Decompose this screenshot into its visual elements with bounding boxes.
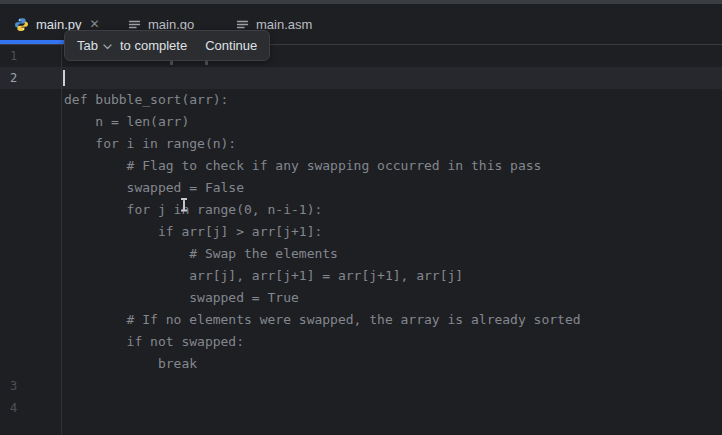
current-line-highlight: [0, 67, 722, 89]
close-icon[interactable]: ✕: [90, 18, 100, 30]
ghost-code-line: def bubble_sort(arr):: [64, 89, 581, 111]
ghost-code-line: for j in range(0, n-i-1):: [64, 199, 581, 221]
mouse-text-cursor: [180, 198, 188, 211]
ghost-code-line: break: [64, 353, 581, 375]
ghost-code-line: # Flag to check if any swapping occurred…: [64, 155, 581, 177]
gutter-divider: [61, 45, 62, 435]
text-file-icon: [236, 18, 249, 31]
chevron-down-icon: [103, 44, 112, 50]
continue-button[interactable]: Continue: [205, 38, 257, 53]
ghost-code-line: for i in range(n):: [64, 133, 581, 155]
code-editor-area[interactable]: 1 2 3 4 def bubble_sort(arr): n = len(ar…: [0, 45, 722, 435]
line-number: 4: [10, 397, 50, 419]
ghost-code-line: if not swapped:: [64, 331, 581, 353]
hint-text: to complete: [120, 38, 187, 53]
completion-hint-popup: Tab to complete Continue: [64, 30, 270, 61]
ghost-code-line: if arr[j] > arr[j+1]:: [64, 221, 581, 243]
line-number: 3: [10, 375, 50, 397]
ghost-code-line: swapped = True: [64, 287, 581, 309]
ghost-code-line: n = len(arr): [64, 111, 581, 133]
ide-window: main.py ✕ main.go: [0, 0, 722, 435]
text-file-icon: [128, 18, 141, 31]
line-number-active: 2: [10, 67, 50, 89]
ghost-code-line: # If no elements were swapped, the array…: [64, 309, 581, 331]
ghost-code-line: arr[j], arr[j+1] = arr[j+1], arr[j]: [64, 265, 581, 287]
tab-key-label: Tab: [77, 38, 98, 53]
python-icon: [14, 17, 29, 32]
ghost-code-line: # Swap the elements: [64, 243, 581, 265]
ai-completion-ghost-text: def bubble_sort(arr): n = len(arr) for i…: [64, 89, 581, 375]
line-number: 1: [10, 45, 50, 67]
ghost-code-line: swapped = False: [64, 177, 581, 199]
tab-key-dropdown[interactable]: Tab: [77, 38, 112, 53]
text-caret: [63, 70, 65, 86]
